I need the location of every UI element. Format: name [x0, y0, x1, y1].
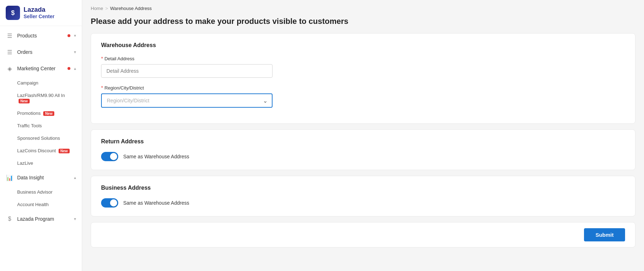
return-address-card: Return Address Same as Warehouse Address	[91, 129, 635, 170]
sidebar-item-account-health[interactable]: Account Health	[0, 198, 82, 211]
sidebar-item-campaign[interactable]: Campaign	[0, 77, 82, 89]
submit-area: Submit	[91, 222, 635, 247]
products-dot	[68, 34, 70, 37]
lazada-program-label: Lazada Program	[17, 216, 70, 222]
logo-area: $ Lazada Seller Center	[0, 0, 82, 26]
sidebar-item-sponsored-solutions[interactable]: Sponsored Solutions	[0, 132, 82, 144]
sidebar-item-lazflash[interactable]: LazFlash/RM9.90 All In New	[0, 89, 82, 107]
logo-icon: $	[6, 6, 20, 20]
products-chevron: ▾	[74, 33, 76, 38]
orders-chevron: ▾	[74, 50, 76, 55]
warehouse-address-card: Warehouse Address * Detail Address * Reg…	[91, 33, 635, 124]
warehouse-section-title: Warehouse Address	[101, 42, 625, 48]
return-address-toggle[interactable]	[101, 152, 118, 161]
promotions-badge: New	[43, 111, 54, 116]
sidebar: $ Lazada Seller Center ☰ Products ▾ ☰ Or…	[0, 0, 82, 271]
data-insight-icon: 📊	[6, 174, 14, 181]
sidebar-item-traffic-tools[interactable]: Traffic Tools	[0, 119, 82, 132]
sidebar-item-lazcoins-discount[interactable]: LazCoins Discount New	[0, 144, 82, 157]
region-field-group: * Region/City/District Region/City/Distr…	[101, 85, 625, 108]
sidebar-item-lazlive[interactable]: LazLive	[0, 157, 82, 169]
detail-address-required: *	[101, 56, 103, 61]
region-required: *	[101, 85, 103, 91]
sidebar-item-orders[interactable]: ☰ Orders ▾	[0, 44, 82, 60]
region-select[interactable]: Region/City/District	[101, 93, 273, 108]
nav-products-section: ☰ Products ▾ ☰ Orders ▾ ◈ Marketing Cent…	[0, 26, 82, 229]
lazcoins-badge: New	[59, 149, 70, 153]
detail-address-label: * Detail Address	[101, 56, 625, 61]
products-label: Products	[17, 33, 63, 39]
logo-subtitle: Seller Center	[24, 14, 54, 20]
breadcrumb-home[interactable]: Home	[91, 6, 103, 11]
business-address-toggle-row: Same as Warehouse Address	[101, 198, 625, 208]
region-select-wrapper: Region/City/District ⌄	[101, 93, 273, 108]
business-address-toggle-label: Same as Warehouse Address	[123, 200, 189, 206]
sidebar-item-data-insight[interactable]: 📊 Data Insight ▴	[0, 169, 82, 186]
return-section-title: Return Address	[101, 138, 625, 145]
return-address-toggle-row: Same as Warehouse Address	[101, 152, 625, 161]
breadcrumb-separator: >	[105, 6, 108, 11]
marketing-dot	[68, 67, 70, 70]
sidebar-item-marketing-center[interactable]: ◈ Marketing Center ▴	[0, 60, 82, 77]
business-section-title: Business Address	[101, 185, 625, 191]
region-label: * Region/City/District	[101, 85, 625, 91]
business-address-card: Business Address Same as Warehouse Addre…	[91, 176, 635, 216]
detail-address-field-group: * Detail Address	[101, 56, 625, 78]
breadcrumb: Home > Warehouse Address	[82, 0, 644, 14]
sidebar-item-promotions[interactable]: Promotions New	[0, 107, 82, 119]
breadcrumb-current: Warehouse Address	[110, 6, 152, 11]
data-insight-chevron: ▴	[74, 175, 76, 180]
page-title: Please add your address to make your pro…	[82, 14, 644, 33]
lazflash-badge: New	[19, 99, 30, 103]
logo-brand: Lazada	[24, 6, 54, 14]
submit-button[interactable]: Submit	[584, 228, 625, 241]
return-address-toggle-label: Same as Warehouse Address	[123, 154, 189, 159]
orders-label: Orders	[17, 49, 70, 55]
products-icon: ☰	[6, 32, 14, 40]
lazada-program-icon: $	[6, 215, 14, 223]
sidebar-item-business-advisor[interactable]: Business Advisor	[0, 186, 82, 198]
marketing-chevron: ▴	[74, 66, 76, 71]
lazada-program-chevron: ▾	[74, 216, 76, 221]
marketing-label: Marketing Center	[17, 66, 63, 71]
sidebar-item-products[interactable]: ☰ Products ▾	[0, 27, 82, 44]
sidebar-item-lazada-program[interactable]: $ Lazada Program ▾	[0, 211, 82, 227]
marketing-icon: ◈	[6, 65, 14, 72]
orders-icon: ☰	[6, 48, 14, 56]
business-address-toggle[interactable]	[101, 198, 118, 208]
detail-address-input[interactable]	[101, 64, 273, 78]
data-insight-label: Data Insight	[17, 175, 70, 180]
main-content: Home > Warehouse Address Please add your…	[82, 0, 644, 271]
